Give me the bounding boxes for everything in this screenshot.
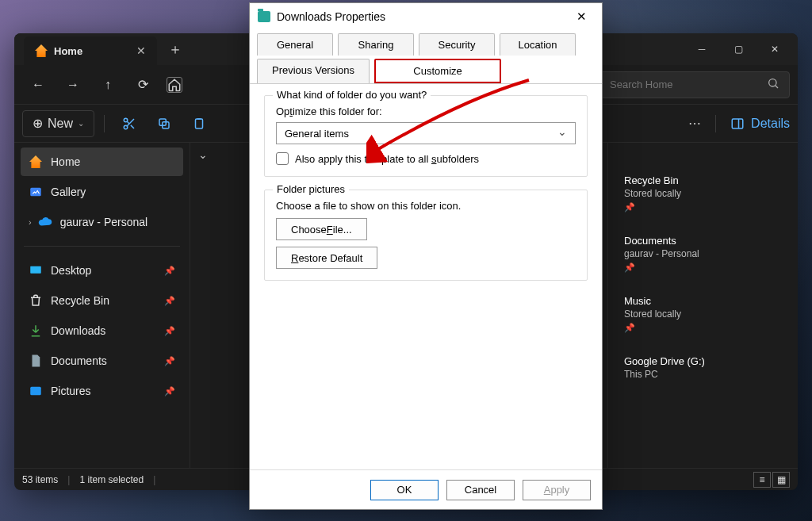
pin-icon: 📌 [164,386,175,396]
maximize-button[interactable]: ▢ [720,33,756,65]
chevron-down-icon: ⌄ [78,119,84,128]
search-box[interactable] [599,71,790,98]
separator [24,246,180,247]
more-button[interactable]: ⋯ [688,116,701,131]
back-button[interactable]: ← [22,69,54,101]
tab-security[interactable]: Security [419,33,495,56]
pin-icon: 📌 [624,202,787,213]
apply-button[interactable]: Apply [523,480,591,500]
new-label: New [48,117,73,131]
gallery-icon [29,185,43,199]
refresh-button[interactable]: ⟳ [127,69,159,101]
dialog-tabs: General Sharing Security Location Previo… [250,30,602,84]
optimize-label: Optimize this folder for: [276,105,576,117]
paste-button[interactable] [184,110,214,137]
details-pane-button[interactable]: Details [730,117,790,131]
sidebar-item-label: Downloads [51,324,105,337]
panel-item-documents[interactable]: Documents gaurav - Personal 📌 [619,235,787,273]
forward-button[interactable]: → [57,69,89,101]
svg-point-2 [124,125,128,129]
sidebar-item-desktop[interactable]: Desktop 📌 [21,256,183,285]
tab-general[interactable]: General [257,33,333,56]
folder-icon [258,11,270,22]
group-folder-pictures: Folder pictures Choose a file to show on… [264,190,588,281]
copy-button[interactable] [149,110,179,137]
choose-file-label: Choose a file to show on this folder ico… [276,200,576,212]
tab-sharing[interactable]: Sharing [338,33,414,56]
dialog-titlebar: Downloads Properties ✕ [250,3,602,30]
group-title: Folder pictures [273,183,349,195]
also-apply-label: Also apply this template to all subfolde… [295,153,479,165]
pictures-icon [29,384,43,398]
search-icon [767,77,779,93]
panel-item-googledrive[interactable]: Google Drive (G:) This PC [619,355,787,380]
sidebar-item-recyclebin[interactable]: Recycle Bin 📌 [21,286,183,315]
svg-rect-9 [30,387,41,396]
sidebar-item-label: Home [51,155,80,168]
new-button[interactable]: ⊕ New ⌄ [22,110,94,137]
sidebar-item-pictures[interactable]: Pictures 📌 [21,377,183,405]
recycle-icon [29,293,43,308]
view-large-button[interactable]: ▦ [772,472,790,488]
address-bar[interactable] [167,77,182,93]
sidebar-item-onedrive[interactable]: › gaurav - Personal [21,208,183,236]
choose-file-button[interactable]: Choose File... [276,218,367,240]
sidebar-item-label: Pictures [51,385,91,397]
sidebar-item-label: Recycle Bin [51,294,109,307]
dialog-footer: OK Cancel Apply [250,469,602,509]
ok-button[interactable]: OK [370,480,439,500]
svg-point-0 [769,79,776,86]
sidebar-item-gallery[interactable]: Gallery [21,178,183,206]
svg-rect-8 [30,266,41,274]
cut-button[interactable] [114,110,144,137]
chevron-right-icon: › [29,217,32,227]
plus-icon: ⊕ [33,116,43,131]
restore-default-button[interactable]: Restore Default [276,247,377,269]
cancel-button[interactable]: Cancel [446,480,515,500]
pin-icon: 📌 [164,356,175,366]
group-title: What kind of folder do you want? [273,89,431,101]
separator: | [153,474,155,485]
close-button[interactable]: ✕ [756,33,793,65]
pin-icon: 📌 [624,323,787,333]
separator [715,115,716,132]
sidebar-item-documents[interactable]: Documents 📌 [21,347,183,375]
selection-count: 1 item selected [79,474,144,485]
view-details-button[interactable]: ≡ [753,472,771,488]
sidebar: Home Gallery › gaurav - Personal Desktop… [14,143,190,468]
tab-location[interactable]: Location [500,33,576,56]
minimize-button[interactable]: ─ [684,33,720,65]
panel-item-music[interactable]: Music Stored locally 📌 [619,295,787,333]
new-tab-button[interactable]: ＋ [168,40,182,59]
separator [104,115,105,132]
svg-rect-5 [196,119,203,128]
optimize-select[interactable]: General items [276,122,576,144]
sidebar-item-label: Documents [51,354,107,367]
documents-icon [29,354,43,368]
dialog-close-button[interactable]: ✕ [565,6,597,28]
pin-icon: 📌 [164,266,175,276]
window-tab-home[interactable]: Home ✕ [24,36,157,65]
quick-access-panel: Recycle Bin Stored locally 📌 Documents g… [607,143,798,468]
svg-point-1 [124,118,128,122]
search-input[interactable] [610,79,759,90]
pin-icon: 📌 [624,262,787,273]
sidebar-item-home[interactable]: Home [21,147,183,176]
sidebar-item-label: Gallery [51,186,86,198]
desktop-icon [29,263,43,278]
tab-previous-versions[interactable]: Previous Versions [257,59,370,83]
also-apply-checkbox[interactable] [276,152,289,165]
download-icon [29,324,43,338]
sidebar-item-downloads[interactable]: Downloads 📌 [21,316,183,345]
properties-dialog: Downloads Properties ✕ General Sharing S… [249,2,603,510]
column-chevron[interactable]: ⌄ [198,148,208,161]
tab-customize[interactable]: Customize [374,59,501,83]
panel-item-recyclebin[interactable]: Recycle Bin Stored locally 📌 [619,174,787,213]
tab-close-icon[interactable]: ✕ [136,44,146,57]
up-button[interactable]: ↑ [92,69,124,101]
address-home-icon [167,77,182,93]
home-icon [29,155,43,169]
svg-rect-7 [30,188,41,197]
pin-icon: 📌 [164,326,175,336]
item-count: 53 items [22,474,58,485]
